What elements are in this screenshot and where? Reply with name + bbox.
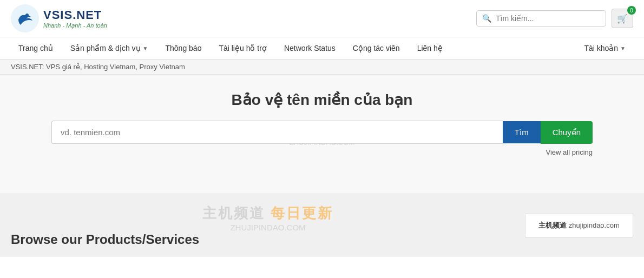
cart-button[interactable]: 🛒 0: [612, 9, 633, 28]
bottom-watermark: 主机频道 每日更新 ZHUJIPINDAO.COM: [11, 204, 525, 232]
chevron-down-icon-account: ▼: [620, 45, 626, 51]
logo-title: VSIS.NET: [43, 8, 107, 22]
right-box-url: zhujipindao.com: [569, 221, 620, 229]
search-input[interactable]: [496, 14, 600, 23]
hero-title: Bảo vệ tên miền của bạn: [232, 91, 413, 109]
header: VSIS.NET Nhanh - Mạnh - An toàn 🔍 🛒 0: [0, 0, 644, 37]
chuyen-button[interactable]: Chuyển: [541, 121, 593, 144]
domain-search-row: Tìm Chuyển: [51, 121, 593, 144]
hero-content: Bảo vệ tên miền của bạn Tìm Chuyển View …: [0, 75, 644, 167]
bottom-banner-left: 主机频道 每日更新 ZHUJIPINDAO.COM Browse our Pro…: [11, 204, 525, 247]
nav-item-congdongvien[interactable]: Cộng tác viên: [345, 37, 408, 59]
view-pricing-link[interactable]: View all pricing: [546, 148, 593, 156]
cart-badge: 0: [627, 6, 636, 15]
search-icon: 🔍: [482, 14, 491, 23]
nav-item-networkstatus[interactable]: Network Status: [277, 37, 343, 59]
cart-icon: 🛒: [617, 14, 628, 24]
logo-icon: [11, 4, 39, 32]
svg-point-1: [25, 14, 29, 17]
nav-item-taikhoan[interactable]: Tài khoản ▼: [576, 37, 633, 59]
nav-item-tailieu[interactable]: Tài liệu hỗ trợ: [211, 37, 274, 59]
browse-title: Browse our Products/Services: [11, 232, 525, 247]
domain-input[interactable]: [51, 121, 503, 144]
logo-text-block: VSIS.NET Nhanh - Mạnh - An toàn: [43, 8, 107, 29]
chevron-down-icon: ▼: [143, 45, 148, 51]
tim-button[interactable]: Tìm: [503, 121, 541, 143]
navbar: Trang chủ Sản phẩm & dịch vụ ▼ Thông báo…: [0, 37, 644, 59]
bottom-banner: 主机频道 每日更新 ZHUJIPINDAO.COM Browse our Pro…: [0, 194, 644, 257]
search-bar[interactable]: 🔍: [476, 10, 606, 27]
header-right: 🔍 🛒 0: [476, 9, 633, 28]
right-box-cn: 主机频道: [538, 221, 569, 229]
hero-section: 主机频道 每日更新 ZHUJIPINDAO.COM 主机频道 每日更新 ZHUJ…: [0, 75, 644, 194]
logo-area: VSIS.NET Nhanh - Mạnh - An toàn: [11, 4, 107, 32]
logo-subtitle: Nhanh - Mạnh - An toàn: [43, 22, 107, 29]
nav-item-sanpham[interactable]: Sản phẩm & dịch vụ ▼: [63, 37, 156, 59]
bottom-banner-right: 主机频道 zhujipindao.com: [525, 214, 633, 237]
view-pricing[interactable]: View all pricing: [51, 148, 593, 156]
nav-item-lienhe[interactable]: Liên hệ: [410, 37, 450, 59]
nav-item-thongbao[interactable]: Thông báo: [157, 37, 209, 59]
nav-item-trangchu[interactable]: Trang chủ: [11, 37, 61, 59]
breadcrumb: VSIS.NET: VPS giá rẻ, Hosting Vietnam, P…: [0, 59, 644, 75]
